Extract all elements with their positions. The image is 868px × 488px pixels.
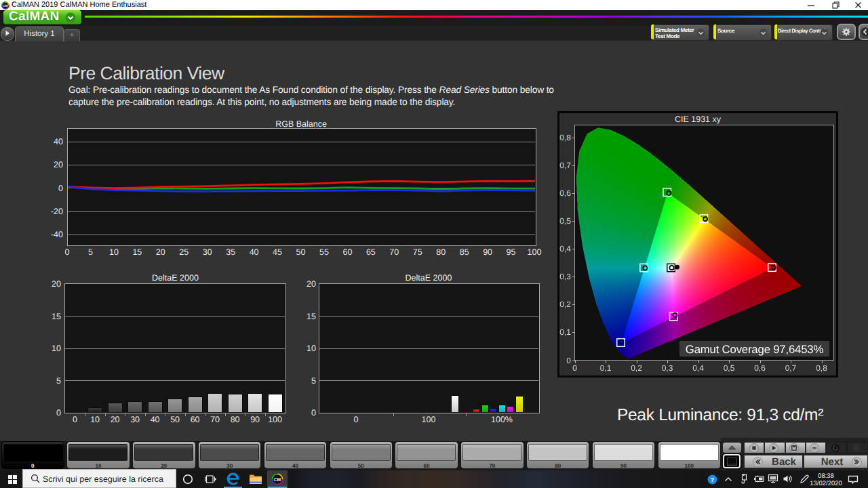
- svg-text:?: ?: [711, 476, 715, 483]
- svg-text:CM: CM: [3, 3, 7, 7]
- svg-text:CM: CM: [274, 477, 281, 483]
- svg-text:∞: ∞: [812, 445, 817, 451]
